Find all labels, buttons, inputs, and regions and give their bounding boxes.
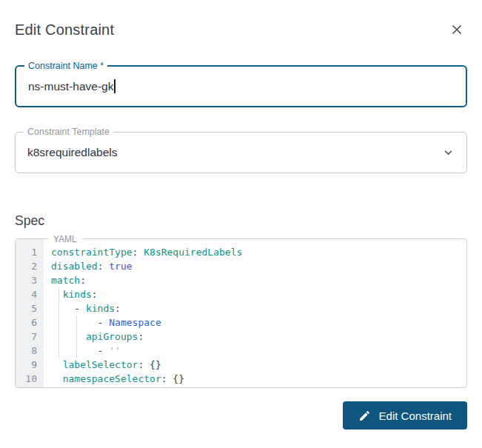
line-number: 7 [16, 330, 37, 344]
code-line[interactable]: constraintType: K8sRequiredLabels [51, 245, 461, 259]
token-punct: : {} [161, 373, 184, 384]
constraint-template-label: Constraint Template [24, 126, 113, 138]
constraint-template-select[interactable]: Constraint Template k8srequiredlabels [15, 132, 467, 173]
token-punct [51, 359, 63, 370]
close-button[interactable] [446, 19, 467, 40]
token-key: match [51, 275, 80, 286]
constraint-name-field[interactable]: Constraint Name * ns-must-have-gk [15, 65, 467, 107]
code-line[interactable]: - kinds: [51, 301, 461, 315]
edit-constraint-button[interactable]: Edit Constraint [343, 401, 467, 429]
constraint-name-input[interactable]: ns-must-have-gk [16, 79, 466, 93]
indent-guide [58, 287, 59, 358]
code-line[interactable]: match: [51, 273, 461, 287]
text-cursor [114, 79, 116, 93]
token-key: labelSelector [63, 359, 138, 370]
yaml-editor[interactable]: YAML 12345678910 constraintType: K8sRequ… [15, 238, 467, 388]
pencil-icon [358, 409, 371, 422]
line-number-gutter: 12345678910 [16, 239, 44, 387]
code-line[interactable]: - Namespace [51, 315, 461, 330]
token-key: disabled [51, 261, 98, 272]
token-key: kinds [86, 303, 115, 314]
chevron-down-icon[interactable] [441, 145, 456, 161]
token-punct: : {} [138, 359, 161, 370]
token-bool: true [109, 261, 132, 272]
token-punct: : [92, 289, 98, 300]
line-number: 4 [16, 287, 37, 301]
required-marker: * [100, 61, 104, 71]
token-key: constraintType [51, 247, 133, 258]
edit-constraint-dialog: Edit Constraint Constraint Name * ns-mus… [0, 0, 482, 448]
code-area[interactable]: constraintType: K8sRequiredLabelsdisable… [44, 239, 466, 387]
token-punct: - [51, 317, 109, 328]
token-punct: : [98, 261, 110, 272]
constraint-name-label: Constraint Name * [24, 60, 107, 72]
token-punct: : [80, 275, 86, 286]
token-punct: : [115, 303, 121, 314]
code-line[interactable]: - '' [51, 344, 461, 358]
token-key: K8sRequiredLabels [144, 247, 242, 258]
line-number: 5 [16, 301, 37, 315]
edit-constraint-button-label: Edit Constraint [379, 409, 452, 422]
token-key: apiGroups [86, 331, 138, 342]
code-line[interactable]: apiGroups: [51, 330, 461, 344]
close-icon [450, 23, 463, 36]
token-key: kinds [63, 289, 92, 300]
token-punct [51, 331, 86, 342]
token-string: '' [109, 345, 121, 356]
line-number: 2 [16, 259, 37, 273]
line-number: 1 [16, 245, 37, 259]
token-punct: - [51, 303, 86, 314]
token-punct [51, 289, 63, 300]
token-punct: : [138, 331, 144, 342]
token-punct: - [51, 345, 109, 356]
constraint-template-value: k8srequiredlabels [16, 146, 466, 159]
code-line[interactable]: namespaceSelector: {} [51, 372, 461, 386]
token-key: namespaceSelector [63, 373, 161, 384]
line-number: 9 [16, 358, 37, 372]
spec-heading: Spec [15, 213, 467, 229]
dialog-header: Edit Constraint [15, 0, 467, 40]
token-punct [51, 373, 63, 384]
code-line[interactable]: kinds: [51, 287, 461, 301]
code-line[interactable]: labelSelector: {} [51, 358, 461, 372]
line-number: 10 [16, 372, 37, 386]
token-word: Namespace [109, 317, 161, 328]
token-punct: : [133, 247, 144, 258]
line-number: 8 [16, 344, 37, 358]
code-line[interactable]: disabled: true [51, 259, 461, 273]
dialog-title: Edit Constraint [15, 21, 114, 39]
line-number: 6 [16, 315, 37, 330]
line-number: 3 [16, 273, 37, 287]
dialog-footer: Edit Constraint [15, 401, 467, 429]
indent-guide [76, 315, 77, 358]
